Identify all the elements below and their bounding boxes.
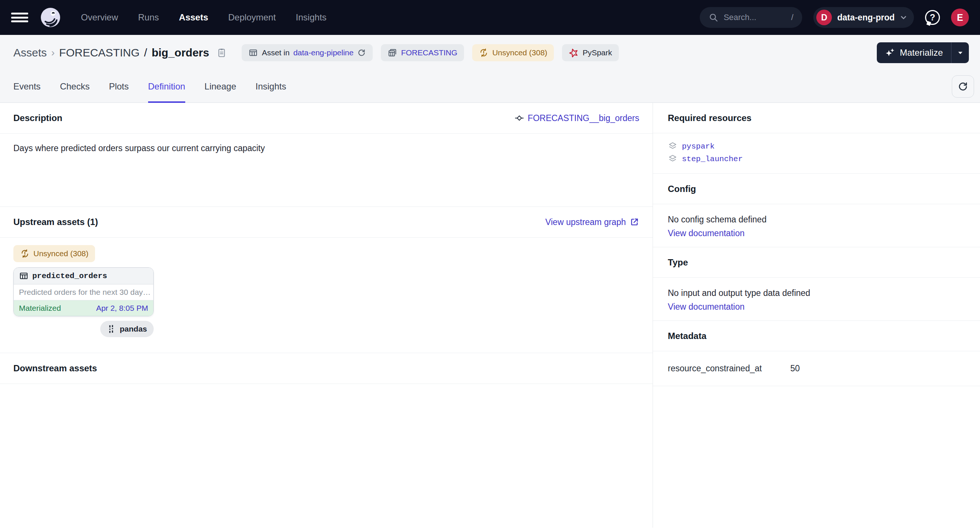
config-empty-text: No config schema defined [668,215,767,224]
job-link-label: FORECASTING__big_orders [528,113,639,123]
search-input[interactable]: Search... / [700,7,802,28]
group-link: FORECASTING [401,48,457,57]
asset-tabs-row: Events Checks Plots Definition Lineage I… [0,70,980,103]
main-column: Description FORECASTING__big_orders Days… [0,103,653,528]
resource-link-step-launcher[interactable]: step_launcher [682,155,743,163]
definition-content: Description FORECASTING__big_orders Days… [0,103,980,528]
dagster-app: Overview Runs Assets Deployment Insights… [0,0,980,528]
tab-definition[interactable]: Definition [148,70,185,102]
dagster-logo-icon[interactable] [41,8,60,27]
refresh-icon[interactable] [357,48,366,57]
asset-page-header: Assets › FORECASTING / big_orders [0,35,980,103]
job-link[interactable]: FORECASTING__big_orders [514,113,639,123]
chevron-down-icon [900,14,907,21]
compute-kind-label: pandas [119,324,147,334]
tag-compute-kind-pyspark: PySpark [562,44,619,61]
tab-checks[interactable]: Checks [60,70,89,102]
tab-label: Checks [60,81,89,92]
breadcrumb-separator: / [144,46,147,59]
search-icon [709,13,718,22]
resource-link-pyspark[interactable]: pyspark [682,142,714,151]
copy-asset-name-icon[interactable] [216,48,227,58]
upstream-unsynced-label: Unsynced (308) [33,249,88,258]
nav-item-assets[interactable]: Assets [179,12,208,23]
section-title: Upstream assets (1) [13,217,98,227]
required-resources-header: Required resources [653,103,980,133]
tag-asset-in-pipeline: Asset in data-eng-pipeline [242,44,373,61]
pandas-logo-icon [107,324,116,334]
asset-card-status-row: Materialized Apr 2, 8:05 PM [14,301,153,316]
type-body: No input and output type data defined Vi… [653,278,980,321]
view-upstream-graph-link[interactable]: View upstream graph [545,217,639,227]
upstream-asset-card[interactable]: predicted_orders Predicted orders for th… [13,267,154,316]
section-title: Config [668,184,696,194]
tab-label: Definition [148,81,185,92]
deployment-badge: D [816,10,832,25]
refresh-page-button[interactable] [952,75,974,98]
refresh-icon [957,81,969,92]
page-title: big_orders [151,46,209,59]
deployment-switcher[interactable]: D data-eng-prod [813,7,914,28]
section-title: Downstream assets [13,363,97,374]
search-shortcut-hint: / [791,13,793,22]
compute-kind-row: pandas [13,321,154,337]
deployment-name: data-eng-prod [837,13,895,23]
user-avatar[interactable]: E [951,8,969,26]
unsynced-label: Unsynced (308) [492,48,547,57]
primary-nav: Overview Runs Assets Deployment Insights [81,12,327,23]
asset-card-description: Predicted orders for the next 30 day… [14,285,153,301]
config-view-documentation-link[interactable]: View documentation [668,228,965,239]
breadcrumb-assets-link[interactable]: Assets [13,46,47,59]
nav-item-deployment[interactable]: Deployment [228,12,276,23]
tab-lineage[interactable]: Lineage [205,70,236,102]
tab-label: Lineage [205,81,236,92]
compute-kind-tag-pandas: pandas [100,321,154,337]
tag-asset-group[interactable]: FORECASTING [381,44,464,61]
nav-item-insights[interactable]: Insights [296,12,327,23]
materialize-label: Materialize [900,48,943,58]
config-body: No config schema defined View documentat… [653,204,980,247]
tab-label: Insights [255,81,286,92]
section-title: Metadata [668,331,706,341]
pipeline-link[interactable]: data-eng-pipeline [293,48,353,57]
hamburger-menu-icon[interactable] [11,11,28,24]
tab-plots[interactable]: Plots [109,70,129,102]
sparkle-icon [885,48,896,58]
section-title: Required resources [668,113,751,123]
layers-icon [668,154,678,164]
tab-label: Plots [109,81,129,92]
nav-item-runs[interactable]: Runs [138,12,159,23]
materialize-split-button: Materialize [877,42,969,63]
asset-tags: Asset in data-eng-pipeline [242,44,619,61]
sync-warning-icon [20,249,30,258]
asset-group-icon [388,48,397,57]
external-link-icon [630,217,639,227]
topnav-right: Search... / D data-eng-prod ? E [700,7,969,28]
type-empty-text: No input and output type data defined [668,288,810,298]
spark-logo-icon [569,48,579,58]
nav-item-overview[interactable]: Overview [81,12,118,23]
type-view-documentation-link[interactable]: View documentation [668,302,965,312]
tab-insights[interactable]: Insights [255,70,286,102]
job-icon [514,113,524,123]
upstream-unsynced-tag[interactable]: Unsynced (308) [13,245,95,262]
tab-events[interactable]: Events [13,70,40,102]
search-placeholder: Search... [724,13,756,22]
section-title: Type [668,257,688,268]
breadcrumb-group-link[interactable]: FORECASTING [59,46,140,59]
section-title: Description [13,113,62,123]
materialize-button[interactable]: Materialize [877,42,951,63]
asset-card-header: predicted_orders [14,268,153,285]
sync-warning-icon [479,48,488,57]
help-icon[interactable]: ? [925,10,940,25]
materialize-options-button[interactable] [951,42,969,63]
materialized-status: Materialized [19,304,61,313]
tag-unsynced[interactable]: Unsynced (308) [472,44,554,61]
definition-sidebar: Required resources pyspark [653,103,980,528]
metadata-key: resource_constrained_at [668,364,790,374]
materialization-timestamp-link[interactable]: Apr 2, 8:05 PM [96,304,148,313]
view-upstream-graph-label: View upstream graph [545,217,626,227]
layers-icon [668,142,678,151]
table-icon [248,48,258,57]
caret-down-icon [957,49,964,56]
